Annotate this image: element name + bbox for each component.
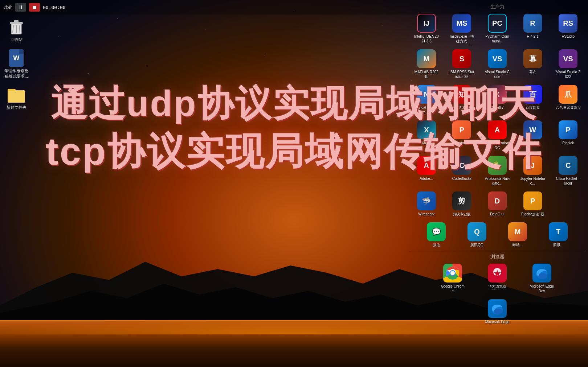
folder-label: 新建文件夹	[7, 105, 26, 110]
svg-point-15	[539, 273, 547, 279]
bottom-browser-row: Microsoft Edge	[410, 298, 584, 326]
app-label-r: R 4.2.1	[527, 34, 538, 39]
svg-rect-10	[8, 91, 25, 103]
app-label-vstudio: Visual Studio 2022	[555, 70, 581, 79]
app-icon-qq[interactable]: Q腾讯QQ	[458, 221, 496, 249]
app-icon-baidu[interactable]: 百百度网盘	[516, 83, 549, 116]
app-icon-cisco[interactable]: CCisco Packet Tracer	[552, 154, 584, 187]
app-icon-pigcha[interactable]: PPigcha加速 器	[516, 190, 549, 218]
time-display: 00:00:00	[43, 5, 66, 10]
app-icon-img-vstudio: VS	[559, 49, 577, 68]
app-label-jianying: 剪映专业版	[453, 212, 471, 217]
app-icon-xftp[interactable]: XXftp 7	[410, 119, 443, 152]
app-icon-spss[interactable]: SIBM SPSS Statistics 25	[446, 48, 478, 81]
top-bar: 此处 ⏸ ⏹ 00:00:00	[0, 0, 588, 15]
app-icon-anaconda[interactable]: 🐍Anaconda Navigato...	[481, 154, 514, 187]
app-icon-picpick[interactable]: PPicpick	[552, 119, 584, 152]
app-label-xftp: Xftp 7	[422, 141, 431, 145]
app-icon-vstudio[interactable]: VSVisual Studio 2022	[552, 48, 584, 81]
recycle-icon	[8, 18, 25, 36]
desktop-icon-recycle[interactable]: 回收站	[4, 18, 29, 42]
app-icon-codeblocks[interactable]: CCodeBlocks	[446, 154, 478, 187]
app-icon-rstudio[interactable]: RSRStudio	[552, 12, 584, 45]
app-icon-img-anaconda: 🐍	[488, 156, 507, 175]
app-icon-img-vscode: VS	[488, 49, 507, 68]
app-icon-cnki[interactable]: 知全球学术快报	[446, 83, 478, 116]
app-label-cnki: 全球学术快报	[451, 105, 473, 110]
app-icon-img-postman: P	[452, 120, 471, 139]
app-icon-jupyter[interactable]: JJupyter Noteboo...	[516, 154, 549, 187]
app-label-cisco: Cisco Packet Tracer	[555, 176, 581, 186]
app-icon-img-cisco: C	[559, 156, 577, 175]
app-icon-vscode[interactable]: VSVisual Studio Code	[481, 48, 514, 81]
app-icon-img-ms-edge	[488, 299, 507, 318]
app-icon-img-chrome	[443, 264, 462, 283]
app-icon-postman[interactable]: PPostman	[446, 119, 478, 152]
app-icon-edge-dev[interactable]: Microsoft Edge Dev	[521, 262, 563, 295]
app-icon-r[interactable]: RR 4.2.1	[516, 12, 549, 45]
app-icon-img-adobe2: A	[417, 156, 436, 175]
app-label-devcpp: Dev C++	[490, 212, 504, 217]
communication-grid: 💬微信Q腾讯QQM咪咕...T腾讯...	[410, 221, 584, 249]
app-icon-winw[interactable]: WWinW...	[516, 119, 549, 152]
app-icon-huawei[interactable]: 华为浏览器	[477, 262, 518, 295]
app-label-edge-dev: Microsoft Edge Dev	[529, 284, 555, 293]
app-icon-img-cnki: 知	[452, 85, 471, 104]
app-icon-img-r: R	[523, 14, 542, 33]
app-icon-adobe2[interactable]: AAdobe...	[410, 154, 443, 187]
app-icon-intellij[interactable]: IJIntelliJ IDEA 2021.3.3	[410, 12, 443, 45]
app-label-msdev: msdev.exe - 快捷方式	[449, 34, 474, 44]
app-label-pycharm: PyCharm Communi...	[485, 34, 510, 44]
app-icon-adobe[interactable]: AAdobe Acrobat DC	[481, 119, 514, 152]
pause-button[interactable]: ⏸	[15, 3, 26, 12]
stop-button[interactable]: ⏹	[29, 3, 40, 12]
app-icon-mumu[interactable]: M咪咕...	[499, 221, 536, 249]
app-label-pigcha: Pigcha加速 器	[521, 212, 544, 217]
app-label-xshell: Xshell 7	[491, 105, 504, 110]
app-icon-msdev[interactable]: MSmsdev.exe - 快捷方式	[446, 12, 478, 45]
app-icon-xshell[interactable]: XXshell 7	[481, 83, 514, 116]
app-label-intellij: IntelliJ IDEA 2021.3.3	[414, 34, 439, 44]
app-icon-img-devcpp: D	[488, 191, 507, 210]
app-label-canopy: 幕布	[529, 70, 536, 74]
app-label-adobe: Adobe Acrobat DC	[485, 141, 510, 150]
separator	[410, 251, 584, 251]
svg-rect-4	[14, 20, 19, 23]
app-icon-wechat[interactable]: 💬微信	[417, 221, 455, 249]
app-label-wireshark: Wireshark	[418, 212, 434, 217]
app-label-navicat: Navicat Premium 12	[414, 105, 439, 115]
desktop-icon-word[interactable]: W 华理学报修改 稿版式要求...	[4, 49, 29, 79]
app-icon-canopy[interactable]: 幕幕布	[516, 48, 549, 81]
app-icon-pycharm[interactable]: PCPyCharm Communi...	[481, 12, 514, 45]
app-label-adobe2: Adobe...	[420, 176, 433, 181]
word-label: 华理学报修改 稿版式要求...	[4, 68, 29, 79]
app-label-ms-edge: Microsoft Edge	[485, 319, 510, 324]
app-label-rstudio: RStudio	[562, 34, 575, 39]
app-icon-img-fish: 爪	[559, 85, 577, 104]
browser-label: 浏览器	[410, 253, 584, 260]
app-icon-chrome[interactable]: Google Chrome	[432, 262, 474, 295]
app-icon-tencent[interactable]: T腾讯...	[539, 221, 577, 249]
app-icon-img-xftp: X	[417, 120, 436, 139]
app-icon-jianying[interactable]: 剪剪映专业版	[446, 190, 478, 218]
app-label-tencent: 腾讯...	[553, 243, 563, 247]
folder-icon	[8, 86, 25, 103]
app-icon-img-canopy: 幕	[523, 49, 542, 68]
app-icon-img-mumu: M	[508, 222, 527, 241]
app-icon-img-spss: S	[452, 49, 471, 68]
app-label-chrome: Google Chrome	[440, 284, 465, 293]
app-icon-matlab[interactable]: MMATLAB R2021b	[410, 48, 443, 81]
app-label-huawei: 华为浏览器	[488, 284, 506, 289]
app-icon-ms-edge[interactable]: Microsoft Edge	[484, 298, 511, 326]
app-icon-navicat[interactable]: NNavicat Premium 12	[410, 83, 443, 116]
app-icon-devcpp[interactable]: DDev C++	[481, 190, 514, 218]
app-icon-img-navicat: N	[417, 85, 436, 104]
app-label-spss: IBM SPSS Statistics 25	[449, 70, 474, 79]
app-icon-img-huawei	[488, 264, 507, 283]
app-icon-wireshark[interactable]: 🦈Wireshark	[410, 190, 443, 218]
recycle-label: 回收站	[11, 37, 23, 42]
app-label-picpick: Picpick	[562, 141, 574, 145]
desktop-icon-folder[interactable]: 新建文件夹	[4, 86, 29, 110]
app-icon-fish[interactable]: 爪八爪鱼采集器 8	[552, 83, 584, 116]
app-icon-img-intellij: IJ	[417, 14, 436, 33]
